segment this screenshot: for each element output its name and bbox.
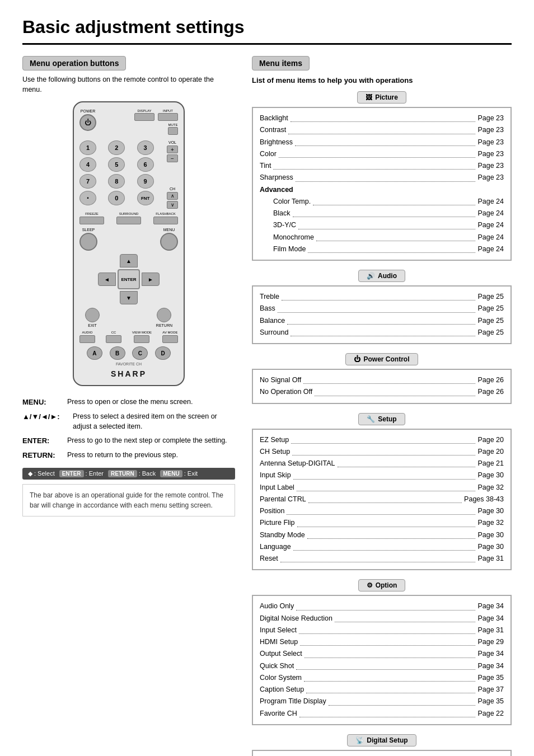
vol-down-button[interactable]: − (167, 154, 178, 162)
num-4-button[interactable]: 4 (79, 157, 96, 172)
audio-icon: 🔊 (367, 272, 375, 280)
num-0-button[interactable]: 0 (108, 191, 125, 205)
menu-operation-heading: Menu operation buttons (22, 56, 126, 71)
info-text: The bar above is an operational guide fo… (30, 491, 223, 509)
dpad-up-button[interactable]: ▲ (120, 254, 138, 267)
num-3-button[interactable]: 3 (137, 140, 154, 155)
sharp-brand: SHARP (79, 369, 178, 378)
dpad-down-button[interactable]: ▼ (120, 291, 138, 304)
power-button[interactable]: ⏻ (79, 114, 96, 131)
audio-badge: 🔊 Audio (358, 270, 405, 282)
enter-button[interactable]: ENTER (118, 269, 140, 289)
menu-operation-desc: Use the following buttons on the remote … (22, 75, 235, 95)
input-button[interactable] (158, 113, 178, 121)
menu-item: Color Temp. Page 24 (260, 196, 504, 208)
menu-items-subheading: List of menu items to help you with oper… (252, 76, 512, 84)
power-control-icon: ⏻ (354, 355, 360, 363)
menu-item: Contrast Page 23 (260, 124, 504, 136)
nav-select-icon: ◆ (28, 470, 32, 477)
mute-button[interactable] (168, 127, 178, 135)
surround-button[interactable] (116, 217, 141, 224)
viewmode-button[interactable] (134, 335, 149, 343)
menu-item: No Signal Off Page 26 (260, 374, 504, 386)
option-label: Option (376, 581, 397, 589)
nav-back: RETURN : Back (108, 470, 156, 477)
dpad: ▲ ▼ ◄ ► ENTER (98, 254, 160, 304)
freeze-button[interactable] (79, 217, 104, 224)
flashback-button[interactable] (153, 217, 178, 224)
menu-item: Parental CTRL Pages 38-43 (260, 494, 504, 505)
cc-button[interactable] (106, 335, 121, 343)
menu-item: Caption Setup Page 37 (260, 684, 504, 696)
return-key-desc: Press to return to the previous step. (67, 450, 178, 461)
picture-items-box: Backlight Page 23 Contrast Page 23 Brigh… (252, 107, 512, 261)
menu-items-heading: Menu items (252, 56, 310, 71)
menu-item: EZ Setup Page 20 (260, 434, 504, 446)
audio-section: 🔊 Audio Treble Page 25 Bass Page 25 Bala… (252, 270, 512, 344)
menu-item: CH Setup Page 20 (260, 446, 504, 458)
display-button[interactable] (134, 113, 154, 121)
audio-button[interactable] (79, 335, 95, 343)
menu-item: Program Title Display Page 35 (260, 696, 504, 707)
ch-down-button[interactable]: ∨ (167, 201, 178, 209)
menu-item: Sharpness Page 23 (260, 172, 504, 184)
menu-item: Black Page 24 (260, 208, 504, 219)
num-dot-button[interactable]: · (79, 191, 96, 205)
power-control-items-box: No Signal Off Page 26 No Operation Off P… (252, 369, 512, 404)
setup-items-box: EZ Setup Page 20 CH Setup Page 20 Antenn… (252, 429, 512, 571)
remote-control: POWER ⏻ DISPLAY INPUT (73, 101, 185, 386)
num-1-button[interactable]: 1 (79, 140, 96, 155)
return-button[interactable] (157, 308, 171, 322)
picture-badge: 🖼 Picture (357, 91, 406, 104)
enter-key-label: ENTER: (22, 436, 67, 446)
dpad-left-button[interactable]: ◄ (98, 273, 116, 286)
menu-item: Color Page 23 (260, 148, 504, 160)
menu-item: No Operation Off Page 26 (260, 386, 504, 398)
num-5-button[interactable]: 5 (108, 157, 125, 172)
arrows-key-label: ▲/▼/◄/►: (22, 412, 73, 431)
d-button[interactable]: D (155, 346, 171, 360)
vol-up-button[interactable]: + (167, 145, 178, 153)
info-box: The bar above is an operational guide fo… (22, 484, 235, 516)
ch-up-button[interactable]: ∧ (167, 192, 178, 200)
menu-item: Quick Shot Page 34 (260, 660, 504, 672)
num-9-button[interactable]: 9 (137, 174, 154, 189)
a-button[interactable]: A (87, 346, 102, 360)
c-button[interactable]: C (132, 346, 148, 360)
picture-section: 🖼 Picture Backlight Page 23 Contrast Pag… (252, 91, 512, 261)
avmode-button[interactable] (162, 335, 178, 343)
menu-item: Film Mode Page 24 (260, 243, 504, 255)
setup-section: 🔧 Setup EZ Setup Page 20 CH Setup Page 2… (252, 413, 512, 571)
num-6-button[interactable]: 6 (137, 157, 154, 172)
menu-item: Treble Page 25 (260, 291, 504, 303)
sleep-button[interactable] (79, 233, 97, 251)
menu-button[interactable] (160, 233, 178, 251)
num-8-button[interactable]: 8 (108, 174, 125, 189)
left-column: Menu operation buttons Use the following… (22, 56, 235, 756)
nav-enter: ENTER : Enter (59, 470, 104, 477)
return-key-label: RETURN: (22, 450, 67, 461)
menu-item: Color System Page 35 (260, 672, 504, 684)
power-label: POWER (79, 109, 96, 113)
b-button[interactable]: B (110, 346, 125, 360)
picture-icon: 🖼 (366, 93, 372, 101)
power-control-section: ⏻ Power Control No Signal Off Page 26 No… (252, 353, 512, 404)
menu-item: Picture Flip Page 32 (260, 517, 504, 529)
menu-item-advanced: Advanced (260, 184, 504, 196)
num-2-button[interactable]: 2 (108, 140, 125, 155)
option-icon: ⚙ (367, 581, 373, 589)
key-descriptions: MENU: Press to open or close the menu sc… (22, 397, 235, 461)
exit-button[interactable] (85, 308, 100, 322)
menu-item: Standby Mode Page 30 (260, 529, 504, 541)
dpad-right-button[interactable]: ► (142, 273, 160, 286)
fnt-button[interactable]: FNT (137, 191, 154, 205)
menu-item: Brightness Page 23 (260, 137, 504, 148)
num-7-button[interactable]: 7 (79, 174, 96, 189)
digital-setup-items-box: Audio Setup Page 26 (252, 750, 512, 756)
nav-exit-label: : Exit (184, 470, 198, 477)
digital-setup-label: Digital Setup (367, 736, 407, 744)
enter-key-desc: Press to go to the next step or complete… (67, 436, 227, 446)
menu-item: Backlight Page 23 (260, 112, 504, 124)
setup-badge: 🔧 Setup (358, 413, 405, 425)
favorite-ch-label: FAVORITE CH (79, 362, 178, 366)
